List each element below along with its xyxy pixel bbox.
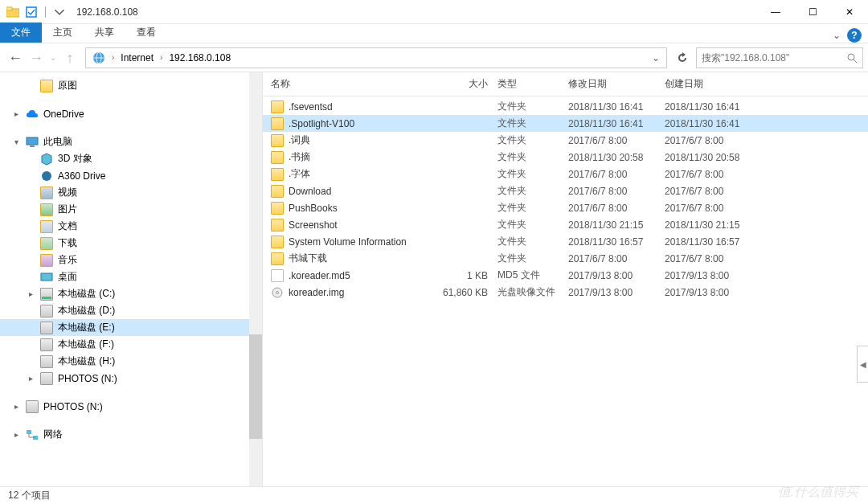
nav-recent-dropdown[interactable]: ⌄ bbox=[47, 47, 59, 68]
file-created: 2017/9/13 8:00 bbox=[660, 270, 772, 281]
help-icon[interactable]: ? bbox=[847, 28, 862, 43]
tree-item[interactable]: 下载 bbox=[0, 235, 262, 252]
search-box[interactable] bbox=[696, 47, 863, 68]
file-type: 文件夹 bbox=[493, 133, 563, 147]
refresh-button[interactable] bbox=[672, 47, 693, 68]
file-modified: 2018/11/30 20:58 bbox=[563, 152, 660, 163]
file-modified: 2017/9/13 8:00 bbox=[563, 287, 660, 298]
tree-item[interactable]: 文档 bbox=[0, 218, 262, 235]
file-type: 文件夹 bbox=[493, 252, 563, 265]
file-row[interactable]: .字体文件夹2017/6/7 8:002017/6/7 8:00 bbox=[263, 166, 868, 182]
tree-item[interactable]: ▸网络 bbox=[0, 426, 262, 443]
tree-item[interactable]: 音乐 bbox=[0, 252, 262, 268]
tree-item-label: OneDrive bbox=[43, 109, 84, 120]
ribbon: 文件 主页 共享 查看 ⌄ ? bbox=[0, 24, 868, 43]
address-bar[interactable]: › Internet › 192.168.0.108 ⌄ bbox=[85, 47, 667, 68]
column-name[interactable]: 名称 bbox=[266, 72, 431, 96]
tree-item[interactable]: 视频 bbox=[0, 184, 262, 201]
svg-line-7 bbox=[854, 59, 857, 63]
file-modified: 2017/6/7 8:00 bbox=[563, 253, 660, 264]
preview-pane-handle[interactable]: ◀ bbox=[857, 346, 868, 383]
file-type: 文件夹 bbox=[493, 150, 563, 164]
tree-item[interactable]: ▸PHOTOS (N:) bbox=[0, 398, 262, 415]
chevron-icon[interactable]: ▸ bbox=[14, 109, 24, 118]
file-created: 2018/11/30 20:58 bbox=[660, 152, 772, 163]
breadcrumb-root-icon[interactable] bbox=[89, 50, 108, 66]
file-row[interactable]: Download文件夹2017/6/7 8:002017/6/7 8:00 bbox=[263, 182, 868, 199]
file-name: Screenshot bbox=[289, 219, 338, 231]
tree-item-label: 网络 bbox=[43, 428, 63, 441]
tree-item[interactable]: 本地磁盘 (E:) bbox=[0, 319, 262, 336]
file-row[interactable]: .书摘文件夹2018/11/30 20:582018/11/30 20:58 bbox=[263, 149, 868, 166]
ribbon-tab-home[interactable]: 主页 bbox=[42, 23, 84, 43]
tree-item[interactable]: 本地磁盘 (H:) bbox=[0, 353, 262, 370]
tree-item[interactable]: 本地磁盘 (D:) bbox=[0, 302, 262, 319]
tree-item[interactable]: ▸PHOTOS (N:) bbox=[0, 370, 262, 387]
file-created: 2018/11/30 21:15 bbox=[660, 219, 772, 231]
tree-item[interactable]: 桌面 bbox=[0, 268, 262, 285]
separator bbox=[45, 6, 46, 18]
tree-item[interactable]: A360 Drive bbox=[0, 167, 262, 184]
nav-up-button[interactable]: ↑ bbox=[59, 47, 80, 68]
file-created: 2017/9/13 8:00 bbox=[660, 287, 772, 298]
nav-back-button[interactable]: ← bbox=[5, 47, 26, 68]
file-type: 文件夹 bbox=[493, 235, 563, 248]
file-size: 1 KB bbox=[431, 270, 493, 281]
tree-item[interactable]: 3D 对象 bbox=[0, 150, 262, 167]
tree-item-label: 本地磁盘 (H:) bbox=[58, 354, 115, 368]
tree-item-label: 本地磁盘 (E:) bbox=[58, 321, 115, 334]
tree-item-label: 本地磁盘 (D:) bbox=[58, 304, 115, 318]
tree-item-label: 图片 bbox=[58, 203, 77, 216]
chevron-icon[interactable]: ▸ bbox=[14, 402, 24, 411]
file-row[interactable]: .koreader.md51 KBMD5 文件2017/9/13 8:00201… bbox=[263, 267, 868, 284]
tree-item[interactable]: 原图 bbox=[0, 77, 262, 94]
ribbon-tab-view[interactable]: 查看 bbox=[125, 23, 167, 43]
file-row[interactable]: 书城下载文件夹2017/6/7 8:002017/6/7 8:00 bbox=[263, 250, 868, 267]
column-type[interactable]: 类型 bbox=[493, 72, 563, 96]
file-modified: 2017/6/7 8:00 bbox=[563, 169, 660, 180]
file-row[interactable]: koreader.img61,860 KB光盘映像文件2017/9/13 8:0… bbox=[263, 284, 868, 301]
file-row[interactable]: Screenshot文件夹2018/11/30 21:152018/11/30 … bbox=[263, 216, 868, 233]
file-type: 光盘映像文件 bbox=[493, 285, 563, 299]
breadcrumb-internet[interactable]: Internet bbox=[117, 51, 157, 65]
status-bar: 12 个项目 bbox=[0, 486, 868, 504]
file-name: koreader.img bbox=[289, 287, 344, 298]
file-row[interactable]: PushBooks文件夹2017/6/7 8:002017/6/7 8:00 bbox=[263, 199, 868, 216]
tree-item[interactable]: 图片 bbox=[0, 201, 262, 218]
search-input[interactable] bbox=[702, 52, 846, 64]
column-size[interactable]: 大小 bbox=[431, 72, 493, 96]
ribbon-tab-share[interactable]: 共享 bbox=[84, 23, 125, 43]
tree-item[interactable]: 本地磁盘 (F:) bbox=[0, 336, 262, 353]
file-type: 文件夹 bbox=[493, 167, 563, 181]
column-modified[interactable]: 修改日期 bbox=[563, 72, 660, 96]
file-row[interactable]: .词典文件夹2017/6/7 8:002017/6/7 8:00 bbox=[263, 132, 868, 149]
breadcrumb-ip[interactable]: 192.168.0.108 bbox=[166, 51, 234, 65]
svg-point-6 bbox=[848, 54, 854, 60]
column-created[interactable]: 创建日期 bbox=[660, 72, 772, 96]
maximize-button[interactable]: ☐ bbox=[794, 0, 831, 24]
tree-item[interactable]: ▾此电脑 bbox=[0, 133, 262, 150]
minimize-button[interactable]: — bbox=[757, 0, 794, 24]
file-name: .koreader.md5 bbox=[289, 270, 350, 281]
chevron-icon[interactable]: ▸ bbox=[29, 374, 39, 383]
address-dropdown-icon[interactable]: ⌄ bbox=[649, 52, 663, 64]
ribbon-expand-icon[interactable]: ⌄ bbox=[833, 30, 841, 41]
file-row[interactable]: System Volume Information文件夹2018/11/30 1… bbox=[263, 233, 868, 250]
nav-forward-button[interactable]: → bbox=[26, 47, 47, 68]
close-button[interactable]: ✕ bbox=[831, 0, 868, 24]
file-created: 2017/6/7 8:00 bbox=[660, 186, 772, 197]
file-created: 2018/11/30 16:41 bbox=[660, 101, 772, 113]
chevron-icon[interactable]: ▾ bbox=[14, 137, 24, 146]
tree-item[interactable]: ▸本地磁盘 (C:) bbox=[0, 285, 262, 302]
file-row[interactable]: .fseventsd文件夹2018/11/30 16:412018/11/30 … bbox=[263, 98, 868, 115]
chevron-icon[interactable]: ▸ bbox=[14, 430, 24, 439]
ribbon-tab-file[interactable]: 文件 bbox=[0, 23, 42, 43]
file-name: 书城下载 bbox=[289, 252, 327, 265]
tree-item[interactable]: ▸OneDrive bbox=[0, 105, 262, 122]
chevron-icon[interactable]: ▸ bbox=[29, 289, 39, 298]
svg-rect-8 bbox=[27, 137, 38, 145]
scrollbar-thumb[interactable] bbox=[249, 334, 262, 439]
quick-action-dropdown[interactable] bbox=[51, 5, 68, 19]
file-row[interactable]: .Spotlight-V100文件夹2018/11/30 16:412018/1… bbox=[263, 115, 868, 132]
quick-action-properties[interactable] bbox=[23, 5, 40, 19]
